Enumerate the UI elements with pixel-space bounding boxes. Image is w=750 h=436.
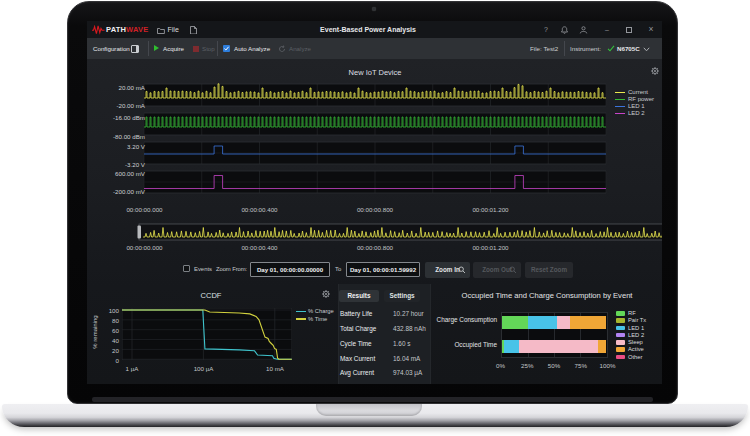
legend-swatch: [615, 99, 625, 101]
ccdf-x-tick: 100 µA: [189, 365, 219, 372]
zoom-to-label: To: [335, 262, 341, 277]
result-row-value: 974.03 µA: [393, 369, 422, 376]
x-tick-label: 00:00:01.200: [461, 244, 521, 251]
charge-consumption-bar: [502, 316, 607, 329]
ccdf-settings-gear-icon[interactable]: [321, 289, 331, 299]
ccdf-y-tick: 40: [101, 337, 119, 344]
zoom-out-magnifier-icon: [509, 266, 517, 274]
occupied-x-tick: 75%: [572, 362, 590, 369]
ccdf-y-tick: 100: [101, 307, 119, 314]
legend-label: Current: [628, 89, 648, 96]
screen-hinge-reflection: [92, 397, 653, 402]
legend-swatch: [296, 318, 306, 320]
y-axis-label: -16.00 dBm: [91, 114, 145, 121]
ccdf-y-axis-title: % remaining: [92, 312, 100, 352]
zoom-out-button[interactable]: Zoom Out: [473, 262, 521, 278]
occupied-plot-area: [501, 312, 608, 358]
legend-label: LED 2: [628, 110, 645, 117]
occupied-time-bar: [502, 340, 607, 353]
ccdf-y-tick: 0: [101, 357, 119, 364]
events-label[interactable]: Events: [194, 262, 212, 277]
bar-segment-rf: [502, 316, 528, 329]
zoom-to-input[interactable]: Day 01, 00:00:01.59992: [346, 262, 420, 277]
occupied-x-tick: 0%: [492, 362, 510, 369]
ccdf-x-tick: 1 µA: [117, 365, 147, 372]
x-tick-label: 00:00:00.000: [115, 206, 175, 213]
bar-segment-active: [598, 340, 607, 353]
y-axis-label: 3.20 V: [91, 143, 145, 150]
legend-label: % Time: [308, 316, 327, 323]
legend-swatch: [296, 311, 306, 313]
reset-zoom-button[interactable]: Reset Zoom: [525, 262, 573, 278]
occupied-x-tick: 50%: [545, 362, 563, 369]
bar-segment-sleep: [519, 340, 598, 353]
result-row-label: Battery Life: [340, 310, 372, 317]
legend-swatch: [616, 326, 625, 331]
zoom-in-button[interactable]: Zoom In: [425, 262, 470, 278]
ccdf-y-tick: 60: [101, 327, 119, 334]
content-area: New IoT Device 20.00 mA -20.00 mA -16.00…: [87, 21, 662, 384]
legend-swatch: [616, 318, 625, 323]
legend-label: LED 1: [628, 325, 644, 332]
x-tick-label: 00:00:00.000: [115, 244, 175, 251]
result-row-value: 10.27 hour: [393, 310, 424, 317]
events-checkbox[interactable]: [183, 265, 190, 272]
occupied-chart-title: Occupied Time and Charge Consumption by …: [441, 291, 653, 300]
y-axis-label: 600.00 mV: [91, 170, 145, 177]
occupied-category-label: Charge Consumption: [435, 316, 497, 323]
x-tick-label: 00:00:00.800: [345, 206, 405, 213]
webcam-dot: [372, 7, 376, 11]
x-tick-label: 00:00:00.800: [345, 244, 405, 251]
legend-swatch: [615, 106, 625, 108]
legend-swatch: [615, 113, 625, 115]
bar-segment-active: [570, 316, 606, 329]
y-axis-label: -20.00 mA: [91, 102, 145, 109]
legend-swatch: [616, 311, 625, 316]
legend-label: LED 1: [628, 103, 645, 110]
y-axis-label: -3.20 V: [91, 161, 145, 168]
panel-divider: [430, 284, 431, 384]
result-row-value: 1.60 s: [393, 340, 410, 347]
bar-segment-sleep: [557, 316, 571, 329]
result-row-value: 432.88 nAh: [393, 325, 426, 332]
zoom-in-magnifier-icon: [458, 266, 466, 274]
tab-results[interactable]: Results: [339, 290, 379, 302]
laptop-base: [2, 404, 748, 427]
result-row-label: Total Charge: [340, 325, 376, 332]
legend-label: LED 2: [628, 332, 644, 339]
x-tick-label: 00:00:01.200: [461, 206, 521, 213]
legend-label: RF power: [628, 96, 654, 103]
ccdf-y-tick: 80: [101, 317, 119, 324]
result-row-label: Avg Current: [340, 369, 374, 376]
tab-settings[interactable]: Settings: [384, 290, 420, 302]
result-row-label: Cycle Time: [340, 340, 372, 347]
y-axis-label: -80.00 dBm: [91, 133, 145, 140]
laptop-mockup: PATHWAVE File Event-Based Power Analysis…: [0, 0, 750, 436]
result-row-label: Max Current: [340, 355, 375, 362]
bar-segment-led-1: [528, 316, 557, 329]
ccdf-chart: [122, 308, 292, 360]
x-tick-label: 00:00:00.400: [230, 206, 290, 213]
y-axis-label: -200.00 mV: [91, 188, 145, 195]
legend-label: Sleep: [628, 339, 643, 346]
laptop-base-notch: [316, 404, 422, 416]
occupied-category-label: Occupied Time: [435, 341, 497, 348]
app-window: PATHWAVE File Event-Based Power Analysis…: [87, 21, 662, 384]
zoom-from-input[interactable]: Day 01, 00:00:00.00000: [250, 262, 330, 277]
occupied-x-tick: 25%: [518, 362, 536, 369]
legend-label: Other: [628, 354, 643, 361]
legend-swatch: [616, 347, 625, 352]
legend-swatch: [616, 333, 625, 338]
ccdf-y-tick: 20: [101, 347, 119, 354]
zoom-from-label: Zoom From:: [216, 262, 247, 277]
ccdf-x-tick: 10 mA: [260, 365, 290, 372]
legend-label: Active: [628, 346, 644, 353]
y-axis-label: 20.00 mA: [91, 84, 145, 91]
x-tick-label: 00:00:00.400: [230, 244, 290, 251]
legend-label: RF: [628, 310, 636, 317]
occupied-x-tick: 100%: [599, 362, 617, 369]
legend-label: % Charge: [308, 308, 334, 315]
legend-swatch: [615, 92, 625, 94]
legend-swatch: [616, 340, 625, 345]
result-row-value: 16.04 mA: [393, 355, 420, 362]
